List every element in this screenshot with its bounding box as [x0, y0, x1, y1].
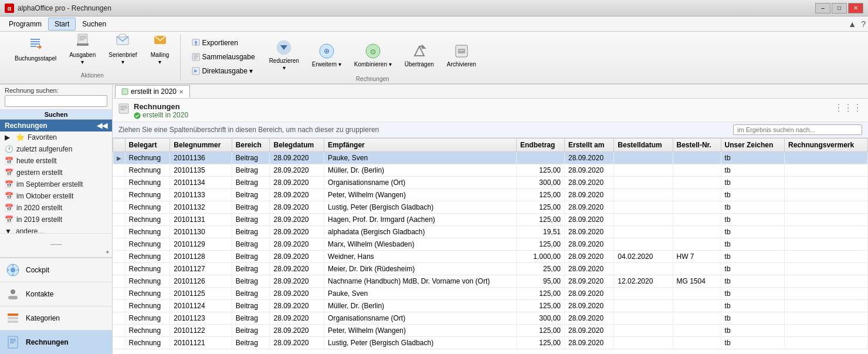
ausgaben-button[interactable]: Ausgaben▾ — [64, 30, 101, 69]
col-bestellnr[interactable]: Bestell-Nr. — [673, 139, 721, 152]
sidebar-bottom-cockpit[interactable]: Cockpit — [0, 258, 112, 282]
archivieren-button[interactable]: Archivieren — [442, 40, 482, 71]
table-row[interactable]: Rechnung20101124Beitrag28.09.2020Müller,… — [113, 300, 868, 312]
cell-vermerk — [785, 189, 868, 201]
grip-icon[interactable]: ⋮⋮⋮ — [834, 103, 862, 113]
mailing-button[interactable]: Mailing▾ — [145, 30, 175, 69]
col-belegdatum[interactable]: Belegdatum — [270, 139, 324, 152]
small-btns: Exportieren Sammelausgabe Direktausgabe … — [188, 36, 259, 77]
archivieren-label: Archivieren — [447, 61, 476, 68]
col-bereich[interactable]: Bereich — [232, 139, 270, 152]
col-unser[interactable]: Unser Zeichen — [721, 139, 785, 152]
menu-programm[interactable]: Programm — [2, 18, 48, 31]
menu-start[interactable]: Start — [48, 18, 76, 31]
cell-unser: tb — [721, 300, 785, 312]
sidebar-collapse-icon[interactable]: ◀◀ — [97, 122, 107, 130]
ubertragen-button[interactable]: Übertragen — [399, 40, 439, 71]
col-belegart[interactable]: Belegart — [125, 139, 170, 152]
row-indicator — [113, 251, 126, 263]
cell-endbetrag: 125,00 — [516, 337, 564, 349]
table-row[interactable]: Rechnung20101129Beitrag28.09.2020Marx, W… — [113, 238, 868, 251]
cell-bereich: Beitrag — [232, 189, 270, 201]
exportieren-button[interactable]: Exportieren — [188, 36, 259, 49]
search-input[interactable] — [5, 95, 107, 107]
table-row[interactable]: Rechnung20101132Beitrag28.09.2020Lustig,… — [113, 201, 868, 214]
cell-empfaenger: Pauke, Sven — [324, 288, 517, 300]
help-icon[interactable]: ? — [861, 19, 866, 29]
sidebar-item-okt[interactable]: 📅 im Oktober erstellt — [0, 190, 112, 202]
minimize-button[interactable]: – — [815, 3, 830, 14]
reduzieren-button[interactable]: Reduzieren▾ — [264, 36, 304, 75]
tab-erstellt-2020[interactable]: erstellt in 2020 ✕ — [115, 85, 190, 98]
table-row[interactable]: ▶Rechnung20101136Beitrag28.09.2020Pauke,… — [113, 152, 868, 164]
cell-endbetrag: 125,00 — [516, 300, 564, 312]
table-row[interactable]: Rechnung20101127Beitrag28.09.2020Meier, … — [113, 263, 868, 275]
kategorien-label: Kategorien — [26, 314, 60, 322]
col-endbetrag[interactable]: Endbetrag — [516, 139, 564, 152]
erweitern-button[interactable]: ⊕ Erweitern ▾ — [307, 40, 347, 71]
sidebar-item-sept[interactable]: 📅 im September erstellt — [0, 178, 112, 190]
cell-belegart: Rechnung — [125, 251, 170, 263]
buchungsstapel-button[interactable]: Buchungsstapel — [9, 33, 62, 65]
sidebar-pin[interactable]: ⎯⎯ — [0, 233, 112, 247]
restore-button[interactable]: □ — [832, 3, 847, 14]
table-row[interactable]: Rechnung20101134Beitrag28.09.2020Organis… — [113, 177, 868, 189]
col-bestelldatum[interactable]: Bestelldatum — [614, 139, 673, 152]
sidebar-bottom-kategorien[interactable]: Kategorien — [0, 306, 112, 330]
toolbar-group-aktionen: Buchungsstapel Ausgaben▾ Serienbrief▾ Ma… — [5, 34, 181, 81]
cell-belegdatum: 28.09.2020 — [270, 189, 324, 201]
cell-belegart: Rechnung — [125, 214, 170, 226]
table-row[interactable]: Rechnung20101123Beitrag28.09.2020Organis… — [113, 312, 868, 325]
sidebar-suchen[interactable]: Suchen — [0, 110, 112, 120]
row-indicator: ▶ — [113, 152, 126, 164]
sidebar-unpin[interactable]: ✦ — [0, 247, 112, 257]
sidebar-item-andere[interactable]: ▼ andere... — [0, 225, 112, 233]
sidebar-item-gestern[interactable]: 📅 gestern erstellt — [0, 167, 112, 178]
table-row[interactable]: Rechnung20101130Beitrag28.09.2020alphada… — [113, 226, 868, 238]
cell-bestellnr: HW 7 — [673, 251, 721, 263]
sidebar-search-area: Rechnung suchen: — [0, 85, 112, 110]
table-row[interactable]: Rechnung20101131Beitrag28.09.2020Hagen, … — [113, 214, 868, 226]
close-button[interactable]: ✕ — [848, 3, 863, 14]
sidebar-bottom-kontakte[interactable]: Kontakte — [0, 282, 112, 306]
row-indicator — [113, 201, 126, 214]
table-row[interactable]: Rechnung20101126Beitrag28.09.2020Nachnam… — [113, 275, 868, 288]
cell-bestelldatum — [614, 177, 673, 189]
toolbar-group-rechnungen: Exportieren Sammelausgabe Direktausgabe … — [183, 34, 486, 81]
cal4-icon: 📅 — [5, 192, 13, 200]
menu-suchen[interactable]: Suchen — [76, 18, 113, 31]
scroll-up-icon[interactable]: ▲ — [848, 19, 856, 29]
direktausgabe-button[interactable]: Direktausgabe ▾ — [188, 65, 259, 77]
sammelausgabe-button[interactable]: Sammelausgabe — [188, 50, 259, 63]
sidebar-item-heute[interactable]: 📅 heute erstellt — [0, 155, 112, 167]
cell-endbetrag: 25,00 — [516, 263, 564, 275]
cell-erstellt: 28.09.2020 — [565, 288, 614, 300]
table-row[interactable]: Rechnung20101133Beitrag28.09.2020Peter, … — [113, 189, 868, 201]
table-row[interactable]: Rechnung20101121Beitrag28.09.2020Lustig,… — [113, 337, 868, 349]
cell-belegnr: 20101125 — [170, 288, 232, 300]
table-row[interactable]: Rechnung20101135Beitrag28.09.2020Müller,… — [113, 164, 868, 177]
sidebar-item-zuletzt[interactable]: 🕐 zuletzt aufgerufen — [0, 143, 112, 155]
svg-rect-7 — [79, 38, 86, 39]
kombinieren-button[interactable]: ⊙ Kombinieren ▾ — [349, 40, 397, 71]
table-row[interactable]: Rechnung20101122Beitrag28.09.2020Peter, … — [113, 325, 868, 337]
serienbrief-button[interactable]: Serienbrief▾ — [103, 30, 142, 69]
tab-close-icon[interactable]: ✕ — [179, 89, 184, 95]
row-indicator — [113, 189, 126, 201]
col-erstellt[interactable]: Erstellt am — [565, 139, 614, 152]
col-belegnr[interactable]: Belegnummer — [170, 139, 232, 152]
cell-belegnr: 20101133 — [170, 189, 232, 201]
col-vermerk[interactable]: Rechnungsvermerk — [785, 139, 868, 152]
table-row[interactable]: Rechnung20101125Beitrag28.09.2020Pauke, … — [113, 288, 868, 300]
table-row[interactable]: Rechnung20101128Beitrag28.09.2020Weidner… — [113, 251, 868, 263]
sidebar-item-2019[interactable]: 📅 in 2019 erstellt — [0, 214, 112, 225]
cell-belegart: Rechnung — [125, 300, 170, 312]
filter-search-input[interactable] — [733, 124, 862, 135]
group-title: Rechnungen — [134, 102, 188, 111]
sidebar-item-favoriten[interactable]: ▶ ⭐ Favoriten — [0, 132, 112, 143]
sidebar-bottom-rechnungen[interactable]: Rechnungen — [0, 330, 112, 354]
unpin-icon[interactable]: ✦ — [105, 249, 110, 255]
cell-endbetrag: 1.000,00 — [516, 251, 564, 263]
sidebar-item-2020[interactable]: 📅 in 2020 erstellt — [0, 202, 112, 214]
col-empfaenger[interactable]: Empfänger — [324, 139, 517, 152]
